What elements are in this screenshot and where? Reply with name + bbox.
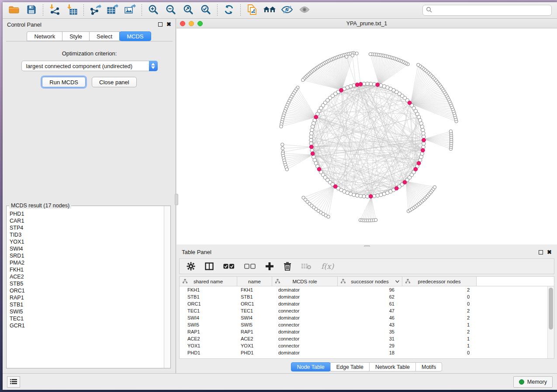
delete-column-button[interactable] (284, 262, 291, 271)
delete-table-button[interactable] (301, 263, 311, 270)
network-node[interactable] (422, 145, 425, 148)
tab-edge-table[interactable]: Edge Table (330, 362, 370, 371)
close-table-panel-icon[interactable]: ✖ (547, 250, 552, 254)
network-node[interactable] (421, 128, 425, 132)
mcds-node[interactable] (310, 145, 314, 149)
mcds-result-item[interactable]: PHD1 (10, 210, 164, 217)
deselect-all-rows-button[interactable] (244, 263, 256, 269)
memory-button[interactable]: Memory (513, 376, 553, 388)
zoom-fit-button[interactable] (180, 3, 197, 17)
network-node[interactable] (366, 82, 369, 86)
table-scrollbar[interactable] (547, 286, 554, 358)
mcds-result-item[interactable]: PMA2 (10, 259, 164, 266)
mcds-result-item[interactable]: RAP1 (10, 294, 164, 301)
export-network-button[interactable] (86, 3, 104, 17)
show-all-button[interactable] (296, 3, 313, 17)
import-table-button[interactable] (63, 3, 81, 17)
network-node[interactable] (301, 79, 304, 82)
vertical-splitter-grip[interactable] (175, 194, 178, 205)
network-node[interactable] (369, 82, 373, 86)
mcds-node[interactable] (421, 148, 425, 152)
mcds-result-list[interactable]: PHD1CAR1STP4TID3YOX1SWI4SRD1PMA2FKH1ACE2… (7, 209, 164, 368)
network-node[interactable] (420, 125, 424, 128)
network-node[interactable] (422, 131, 425, 135)
select-all-rows-button[interactable] (223, 263, 235, 269)
float-table-panel-icon[interactable] (539, 250, 543, 254)
export-image-button[interactable] (121, 3, 139, 17)
network-node[interactable] (351, 54, 354, 57)
run-mcds-button[interactable]: Run MCDS (42, 77, 86, 87)
mcds-node[interactable] (394, 186, 398, 190)
network-node[interactable] (419, 155, 423, 158)
duplicate-network-button[interactable] (243, 3, 261, 17)
column-header-successor-nodes[interactable]: successor nodes (338, 277, 402, 286)
zoom-selected-button[interactable] (197, 3, 214, 17)
mcds-result-item[interactable]: SWI5 (10, 308, 164, 315)
network-node[interactable] (310, 131, 313, 135)
network-node[interactable] (310, 128, 314, 132)
save-session-button[interactable] (23, 3, 40, 17)
table-row[interactable]: STB1STB1dominator620 (180, 293, 547, 300)
mcds-node[interactable] (422, 138, 426, 142)
network-node[interactable] (311, 125, 315, 128)
mcds-node[interactable] (376, 83, 380, 87)
first-neighbors-button[interactable] (261, 3, 278, 17)
network-node[interactable] (417, 63, 420, 66)
mcds-result-item[interactable]: GCR1 (10, 322, 164, 329)
network-canvas[interactable] (176, 28, 557, 246)
export-table-button[interactable] (104, 3, 121, 17)
mcds-result-item[interactable]: SWI4 (10, 245, 164, 252)
network-node[interactable] (285, 168, 288, 171)
network-node[interactable] (355, 52, 358, 55)
mcds-node[interactable] (359, 83, 363, 86)
column-header-predecessor-nodes[interactable]: predecessor nodes (402, 277, 477, 286)
network-node[interactable] (281, 147, 284, 150)
network-node[interactable] (327, 215, 330, 218)
mcds-result-item[interactable]: TEC1 (10, 315, 164, 322)
table-row[interactable]: YOX1YOX1connector291 (180, 342, 547, 349)
network-node[interactable] (362, 195, 366, 198)
add-column-button[interactable] (265, 262, 274, 271)
zoom-in-button[interactable] (145, 3, 162, 17)
network-node[interactable] (369, 52, 372, 55)
mcds-node[interactable] (369, 194, 373, 198)
table-options-button[interactable] (187, 262, 195, 271)
tab-network[interactable]: Network (27, 31, 62, 41)
column-header-shared-name[interactable]: shared name (180, 277, 237, 286)
open-session-button[interactable] (5, 3, 23, 17)
network-node[interactable] (349, 192, 353, 196)
network-node[interactable] (422, 142, 426, 145)
column-header-name[interactable]: name (237, 277, 272, 286)
mcds-list-scrollbar[interactable] (164, 206, 170, 368)
network-node[interactable] (374, 218, 377, 221)
mcds-node[interactable] (317, 167, 321, 171)
network-node[interactable] (309, 135, 313, 138)
tab-node-table[interactable]: Node Table (291, 362, 331, 371)
network-node[interactable] (309, 138, 313, 142)
criterion-dropdown[interactable]: largest connected component (undirected) (21, 61, 158, 71)
mcds-node[interactable] (408, 101, 412, 105)
tab-network-table[interactable]: Network Table (369, 362, 416, 371)
network-node[interactable] (280, 125, 283, 128)
close-panel-button[interactable]: Close panel (92, 77, 137, 87)
table-row[interactable]: SWI5SWI5connector431 (180, 321, 547, 328)
mcds-node[interactable] (339, 88, 343, 92)
zoom-out-button[interactable] (162, 3, 180, 17)
network-node[interactable] (449, 130, 452, 133)
network-node[interactable] (372, 83, 376, 86)
network-node[interactable] (366, 195, 369, 198)
mcds-result-item[interactable]: STB1 (10, 301, 164, 308)
float-panel-icon[interactable] (158, 22, 163, 27)
hide-selected-button[interactable] (278, 3, 296, 17)
table-row[interactable]: TEC1TEC1connector472 (180, 307, 547, 314)
network-node[interactable] (352, 193, 356, 196)
mcds-node[interactable] (414, 167, 418, 171)
mcds-node[interactable] (311, 152, 315, 156)
table-row[interactable]: PHD1PHD1dominator180 (180, 349, 547, 356)
mcds-node[interactable] (403, 180, 407, 184)
network-node[interactable] (345, 55, 348, 58)
table-row[interactable]: FKH1FKH1dominator962 (180, 286, 547, 293)
mcds-result-item[interactable]: ACE2 (10, 273, 164, 280)
tab-mcds[interactable]: MCDS (119, 31, 151, 41)
column-visibility-button[interactable] (205, 262, 214, 270)
